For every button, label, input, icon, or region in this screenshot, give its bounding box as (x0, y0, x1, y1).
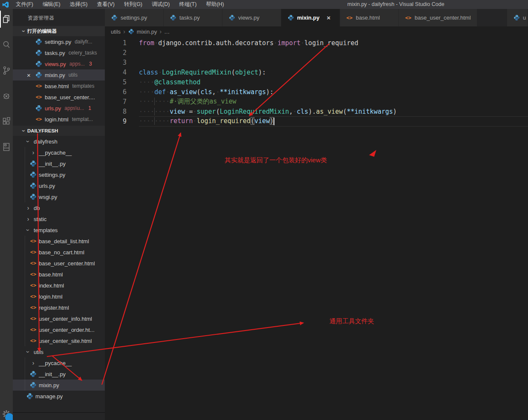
open-editors-header[interactable]: › 打开的编辑器 (13, 26, 105, 36)
tree-item-label: __pycache__ (39, 150, 72, 156)
python-file-icon (513, 14, 520, 21)
code-editor[interactable]: 1from·django.contrib.auth.decorators·imp… (105, 37, 528, 126)
explorer-sidebar: 资源管理器 › 打开的编辑器 settings.pydailyfr...task… (13, 9, 105, 420)
code-line-4[interactable]: 4class·LoginRequiredMixin(object): (105, 67, 528, 77)
tree-file-urls.py[interactable]: urls.py (13, 180, 105, 191)
tab-base_user_center.html[interactable]: <>base_user_center.html (399, 9, 477, 26)
tab-settings.py[interactable]: settings.py (105, 9, 164, 26)
tree-file-base_no_cart.html[interactable]: <>base_no_cart.html (13, 247, 105, 258)
menu-item[interactable]: 帮助(H) (201, 0, 228, 9)
file-path-hint: apps\u... (64, 105, 84, 111)
python-file-icon (128, 28, 135, 35)
html-file-icon: <> (30, 293, 37, 300)
code-line-7[interactable]: 7········#·调用父类的as_view (105, 97, 528, 106)
tree-file-register.html[interactable]: <>register.html (13, 302, 105, 313)
menu-item[interactable]: 选择(S) (65, 0, 92, 9)
tree-item-label: settings.py (39, 172, 65, 178)
html-file-icon: <> (346, 14, 353, 21)
tab-mixin.py[interactable]: mixin.py× (281, 9, 340, 26)
tree-folder-__pycache__[interactable]: ›__pycache__ (13, 357, 105, 368)
debug-icon[interactable] (0, 86, 13, 106)
tab-tasks.py[interactable]: tasks.py (164, 9, 222, 26)
explorer-icon[interactable] (0, 9, 13, 29)
tree-item-label: dailyfresh (34, 138, 58, 145)
open-editor-item[interactable]: <>base_user_center.... (13, 92, 105, 103)
tree-file-login.html[interactable]: <>login.html (13, 291, 105, 302)
open-editor-item[interactable]: tasks.pycelery_tasks (13, 47, 105, 58)
code-line-2[interactable]: 2 (105, 48, 528, 58)
open-editors-list: settings.pydailyfr...tasks.pycelery_task… (13, 36, 105, 125)
tree-folder-utils[interactable]: ›utils (13, 346, 105, 357)
html-file-icon: <> (30, 304, 37, 311)
code-line-1[interactable]: 1from·django.contrib.auth.decorators·imp… (105, 38, 528, 48)
open-editor-item[interactable]: ×mixin.pyutils (13, 69, 105, 81)
code-line-3[interactable]: 3 (105, 58, 528, 67)
close-icon[interactable]: × (27, 72, 35, 79)
tree-item-label: user_center_info.html (39, 316, 92, 322)
vscode-window: 文件(F)编辑(E)选择(S)查看(V)转到(G)调试(D)终端(T)帮助(H)… (0, 0, 528, 420)
tree-file-base_user_center.html[interactable]: <>base_user_center.html (13, 258, 105, 269)
tree-item-label: utils (34, 349, 43, 355)
tree-folder-static[interactable]: ›static (13, 213, 105, 224)
python-file-icon (35, 105, 42, 112)
tree-file-settings.py[interactable]: settings.py (13, 169, 105, 180)
python-file-icon (228, 14, 235, 21)
tab-label: settings.py (121, 14, 147, 21)
code-text: ········view·=·super(LoginRequiredMixin,… (139, 108, 397, 115)
chevron-right-icon: › (30, 149, 37, 156)
extensions-icon[interactable] (0, 111, 13, 132)
search-icon[interactable] (0, 35, 13, 55)
tree-file-user_center_order.ht...[interactable]: <>user_center_order.ht... (13, 324, 105, 335)
menu-item[interactable]: 转到(G) (119, 0, 147, 9)
tree-file-wsgi.py[interactable]: wsgi.py (13, 191, 105, 202)
project-header[interactable]: › DAILYFRESH (13, 126, 105, 136)
tab-base.html[interactable]: <>base.html (340, 9, 399, 26)
source-control-icon[interactable] (0, 60, 13, 81)
tree-file-user_center_info.html[interactable]: <>user_center_info.html (13, 313, 105, 324)
line-number: 7 (105, 98, 139, 106)
tree-file-mixin.py[interactable]: mixin.py (13, 380, 105, 391)
breadcrumb-item[interactable]: … (164, 29, 170, 35)
notebook-icon[interactable] (0, 137, 13, 157)
menu-item[interactable]: 文件(F) (11, 0, 38, 9)
line-number: 8 (105, 108, 139, 115)
tree-folder-templates[interactable]: ›templates (13, 224, 105, 236)
menu-item[interactable]: 编辑(E) (38, 0, 65, 9)
tree-folder-__pycache__[interactable]: ›__pycache__ (13, 147, 105, 158)
tree-file-manage.py[interactable]: manage.py (13, 391, 105, 402)
menu-item[interactable]: 终端(T) (174, 0, 201, 9)
tree-file-user_center_site.html[interactable]: <>user_center_site.html (13, 335, 105, 346)
open-editor-item[interactable]: urls.pyapps\u...1 (13, 103, 105, 114)
open-editor-item[interactable]: settings.pydailyfr... (13, 36, 105, 47)
tab-views.py[interactable]: views.py (222, 9, 281, 26)
breadcrumb[interactable]: utils›mixin.py›… (105, 26, 528, 37)
tree-folder-db[interactable]: ›db (13, 202, 105, 213)
file-path-hint: dailyfr... (75, 39, 92, 45)
file-path-hint: celery_tasks (69, 50, 97, 56)
code-line-8[interactable]: 8········view·=·super(LoginRequiredMixin… (105, 106, 528, 116)
code-text: ········#·调用父类的as_view (139, 98, 237, 106)
open-editor-item[interactable]: views.pyapps...3 (13, 58, 105, 69)
open-editor-item[interactable]: <>base.htmltemplates (13, 81, 105, 92)
python-file-icon (30, 171, 37, 178)
tree-file-__init__.py[interactable]: __init__.py (13, 158, 105, 169)
menu-item[interactable]: 查看(V) (92, 0, 119, 9)
tree-folder-dailyfresh[interactable]: ›dailyfresh (13, 136, 105, 147)
python-file-icon (35, 72, 42, 78)
tree-file-index.html[interactable]: <>index.html (13, 280, 105, 291)
tree-file-base.html[interactable]: <>base.html (13, 269, 105, 280)
tab-u[interactable]: u (507, 9, 528, 26)
code-text: ····@classmethod (139, 78, 201, 86)
code-line-6[interactable]: 6····def·as_view(cls,·**initkwargs): (105, 87, 528, 97)
window-title: mixin.py - dailyfresh - Visual Studio Co… (347, 1, 444, 7)
code-line-5[interactable]: 5····@classmethod (105, 77, 528, 87)
menu-item[interactable]: 调试(D) (147, 0, 174, 9)
breadcrumb-item[interactable]: mixin.py (128, 28, 157, 35)
open-editor-item[interactable]: <>login.htmltemplat... (13, 114, 105, 125)
close-icon[interactable]: × (327, 14, 331, 21)
tree-file-base_detail_list.html[interactable]: <>base_detail_list.html (13, 236, 105, 247)
tree-file-__init__.py[interactable]: __init__.py (13, 368, 105, 380)
code-line-9[interactable]: 9········return·login_required(view) (105, 116, 528, 126)
menu-bar: 文件(F)编辑(E)选择(S)查看(V)转到(G)调试(D)终端(T)帮助(H) (11, 0, 229, 9)
breadcrumb-item[interactable]: utils (111, 29, 121, 35)
